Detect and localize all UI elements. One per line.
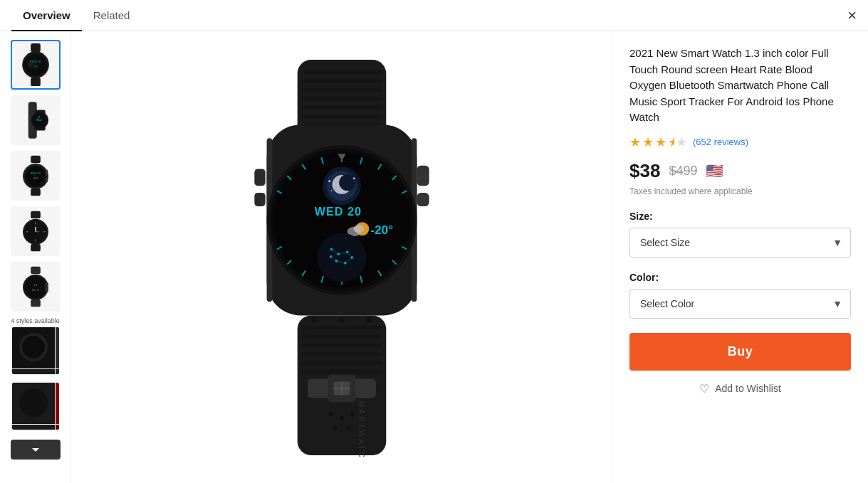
svg-text:-20°: -20°	[33, 65, 38, 68]
svg-rect-39	[45, 282, 48, 292]
price-row: $38 $499 🇺🇸	[629, 160, 851, 182]
svg-point-138	[346, 425, 350, 430]
thumbnail-1[interactable]: WED 20 -20°	[11, 40, 61, 90]
product-title: 2021 New Smart Watch 1.3 inch color Full…	[629, 46, 851, 126]
star-1: ★	[629, 134, 641, 150]
svg-rect-23	[31, 211, 41, 218]
buy-button[interactable]: Buy	[629, 333, 851, 371]
tab-overview[interactable]: Overview	[11, 1, 82, 31]
size-select[interactable]: Select Size One Size S M L	[629, 228, 851, 258]
review-count[interactable]: (652 reviews)	[693, 137, 748, 147]
rating-row: ★ ★ ★ ★ ★ (652 reviews)	[629, 134, 851, 150]
svg-rect-120	[302, 334, 381, 339]
svg-rect-14	[31, 156, 41, 163]
svg-text:-20°C: -20°C	[33, 177, 39, 180]
star-rating: ★ ★ ★ ★ ★	[629, 134, 687, 150]
svg-point-134	[329, 412, 333, 416]
thumbnail-6[interactable]	[11, 326, 61, 376]
main-product-image-area: WED 20 -20°	[71, 31, 612, 483]
svg-rect-54	[302, 78, 381, 83]
wishlist-label: Add to Wishlist	[715, 383, 781, 394]
svg-point-48	[19, 388, 48, 417]
svg-rect-55	[302, 87, 381, 92]
scroll-down-button[interactable]	[11, 440, 61, 460]
svg-point-98	[330, 190, 332, 191]
svg-point-18	[26, 167, 45, 186]
thumbnail-4[interactable]	[11, 206, 61, 256]
svg-text:SMARTWATCH: SMARTWATCH	[357, 393, 365, 456]
add-to-wishlist-row[interactable]: ♡ Add to Wishlist	[629, 382, 851, 396]
current-price: $38	[629, 160, 660, 182]
svg-point-136	[350, 412, 354, 416]
thumbnail-5[interactable]: 12 Mon 15	[11, 262, 61, 312]
svg-rect-22	[45, 178, 47, 183]
color-select-wrapper: Select Color Black Silver Rose Gold ▼	[629, 289, 851, 319]
star-5: ★	[676, 134, 687, 150]
tax-note: Taxes included where applicable	[629, 186, 851, 196]
svg-point-41	[22, 336, 45, 359]
svg-point-97	[352, 177, 355, 179]
thumbnail-7[interactable]	[11, 381, 61, 431]
original-price: $499	[669, 164, 697, 179]
svg-rect-69	[254, 192, 265, 206]
svg-rect-66	[417, 165, 429, 186]
product-details-panel: 2021 New Smart Watch 1.3 inch color Full…	[612, 31, 868, 483]
svg-point-132	[366, 317, 372, 323]
svg-text:Mon 15: Mon 15	[31, 289, 38, 292]
styles-badge: 4 styles available	[11, 317, 60, 324]
thumbnail-sidebar: WED 20 -20° WED	[0, 31, 71, 483]
svg-rect-0	[31, 43, 41, 52]
svg-point-36	[24, 276, 46, 298]
svg-point-130	[311, 317, 317, 323]
svg-text:-20°: -20°	[370, 223, 393, 237]
main-content: WED 20 -20° WED	[0, 31, 868, 483]
svg-rect-124	[302, 370, 381, 374]
svg-rect-58	[302, 114, 381, 118]
svg-point-131	[339, 317, 345, 323]
star-3: ★	[655, 134, 666, 150]
svg-rect-21	[45, 169, 47, 176]
svg-text:WED 20: WED 20	[30, 172, 40, 175]
svg-rect-34	[31, 299, 41, 307]
thumbnail-3[interactable]: WED 20 -20°C	[11, 151, 61, 201]
svg-rect-33	[31, 267, 41, 274]
star-2: ★	[642, 134, 654, 150]
svg-point-104	[317, 233, 366, 282]
svg-point-137	[333, 425, 337, 430]
svg-rect-119	[302, 325, 381, 329]
svg-rect-53	[302, 70, 381, 74]
svg-point-135	[340, 415, 344, 420]
svg-text:WED 20: WED 20	[314, 204, 361, 217]
svg-text:12: 12	[33, 283, 37, 287]
size-label: Size:	[629, 211, 851, 222]
svg-rect-1	[31, 78, 41, 86]
svg-rect-68	[254, 169, 265, 186]
main-watch-image: WED 20 -20°	[164, 51, 520, 464]
svg-rect-67	[417, 192, 429, 206]
svg-rect-15	[31, 189, 41, 196]
svg-rect-122	[302, 352, 381, 356]
svg-point-96	[328, 180, 330, 182]
country-flag: 🇺🇸	[706, 162, 723, 179]
header-tabs: Overview Related ×	[0, 0, 868, 31]
svg-point-102	[353, 225, 364, 233]
close-button[interactable]: ×	[847, 8, 857, 23]
tab-related[interactable]: Related	[82, 1, 142, 31]
svg-rect-24	[31, 244, 41, 251]
heart-icon: ♡	[699, 382, 709, 396]
size-select-wrapper: Select Size One Size S M L ▼	[629, 228, 851, 258]
thumbnail-group-6: 4 styles available	[11, 317, 61, 376]
svg-point-95	[339, 174, 355, 191]
star-4: ★	[668, 134, 674, 150]
thumbnail-2[interactable]	[11, 95, 61, 145]
svg-rect-123	[302, 361, 381, 365]
svg-point-7	[27, 62, 33, 68]
color-label: Color:	[629, 272, 851, 283]
svg-rect-56	[302, 96, 381, 100]
svg-rect-121	[302, 343, 381, 347]
svg-rect-57	[302, 105, 381, 110]
color-select[interactable]: Select Color Black Silver Rose Gold	[629, 289, 851, 319]
